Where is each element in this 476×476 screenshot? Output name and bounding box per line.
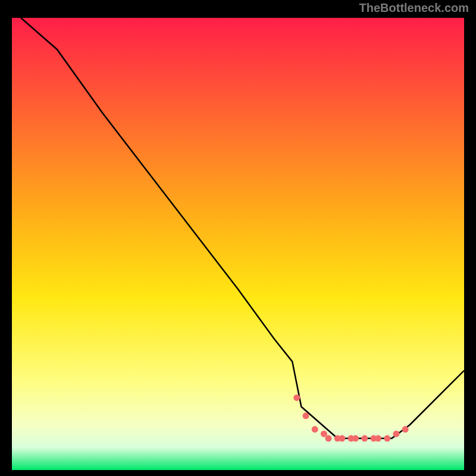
chart-stage: TheBottleneck.com <box>0 0 476 476</box>
highlight-dot <box>402 426 409 433</box>
highlight-dot <box>361 435 368 441</box>
highlight-dot <box>352 435 359 441</box>
bottleneck-chart <box>12 18 464 470</box>
attribution-text: TheBottleneck.com <box>359 1 469 15</box>
highlight-dot <box>384 435 390 441</box>
highlight-dot <box>375 435 381 441</box>
highlight-dot <box>393 431 400 437</box>
highlight-dot <box>312 426 318 433</box>
chart-background <box>12 18 464 470</box>
highlight-dot <box>293 394 300 401</box>
highlight-dot <box>339 435 345 441</box>
highlight-dot <box>325 435 332 441</box>
highlight-dot <box>303 412 309 419</box>
